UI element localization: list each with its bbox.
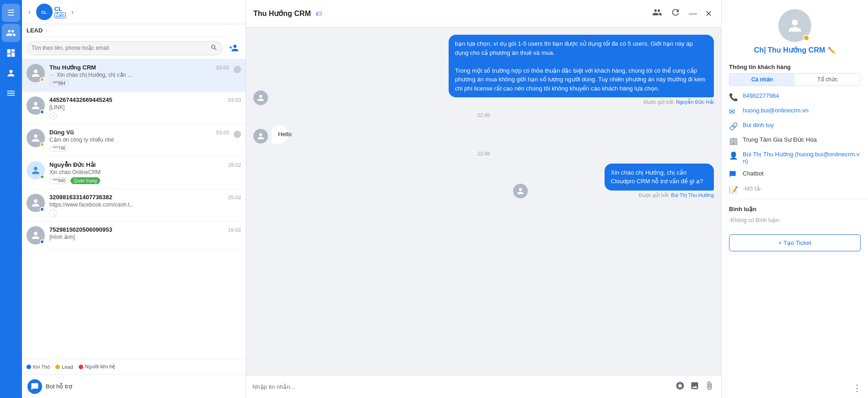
create-ticket-button[interactable]: + Tạo Ticket (729, 234, 861, 251)
conv-item-4[interactable]: Nguyễn Đức Hải 28-02 Xin chào OnlineCRM … (22, 157, 246, 189)
more-options-button[interactable]: ⋮ (850, 382, 864, 394)
chat-messages: bạn lựa chọn, ví dụ gói 1-5 users thì bạ… (246, 27, 721, 375)
avatar-wrap-6 (27, 226, 45, 244)
conv-tag-5: - (49, 210, 57, 217)
contact-status-dot (803, 35, 809, 41)
conv-content-4: Nguyễn Đức Hải 28-02 Xin chào OnlineCRM … (49, 161, 241, 184)
svg-text:CL: CL (41, 10, 47, 15)
info-row-desc: 📝 -Mô tả- (722, 182, 868, 197)
status-dot-2 (40, 110, 44, 114)
attach-button[interactable] (704, 380, 715, 393)
conv-tags-2: - (49, 112, 241, 119)
legend-dot-kh (27, 365, 31, 369)
info-row-email: ✉ huong.bui@onlinecrm.vn (722, 104, 868, 119)
lead-title: LEAD (27, 27, 43, 34)
search-input[interactable] (32, 45, 208, 51)
conv-time-4: 28-02 (228, 162, 241, 168)
conv-time-3: 03-03 (216, 130, 229, 135)
info-link: Bui dinh tuy (743, 122, 774, 128)
conv-time-2: 03-03 (228, 97, 241, 103)
conv-preview-2: [LINK] (49, 104, 159, 111)
info-email: huong.bui@onlinecrm.vn (743, 107, 809, 114)
status-dot-5 (40, 207, 44, 212)
next-button[interactable]: › (70, 7, 75, 16)
search-button[interactable] (210, 44, 218, 53)
legend-dot-lead (55, 365, 60, 369)
nav-icon-menu[interactable]: ☰ (2, 4, 20, 22)
chat-title: Thu Hướng CRM (253, 9, 311, 18)
info-desc: -Mô tả- (743, 185, 762, 192)
nav-icon-dashboard[interactable] (2, 44, 20, 62)
info-org: Trung Tâm Gia Sư Đức Hòa (743, 136, 817, 143)
image-button[interactable] (689, 380, 700, 393)
section-title-customer-info: Thông tin khách hàng (722, 59, 868, 73)
nav-icon-person[interactable] (2, 64, 20, 82)
conv-preview-6: [Hình ảnh] (49, 234, 159, 240)
conv-time-5: 25-02 (228, 195, 241, 200)
info-row-phone: 📞 84982277984 (722, 90, 868, 104)
email-icon: ✉ (729, 107, 738, 116)
msg-sender-1: Nguyễn Đức Hải (676, 99, 714, 105)
conversation-list: Thu Hướng CRM 03-03 →Xin chào chị Hướng,… (22, 59, 246, 359)
conv-tag-1: ***984 (49, 80, 69, 87)
legend-label-nguoi: Người liên hệ (85, 364, 116, 370)
create-ticket-label: + Tạo Ticket (778, 239, 811, 246)
person-icon: 👤 (729, 151, 738, 160)
chat-input[interactable] (252, 383, 671, 390)
status-dot-4 (40, 175, 44, 179)
time-label-2: 22:49 (253, 151, 714, 156)
tab-to-chuc[interactable]: Tổ chức (795, 74, 860, 85)
contact-avatar-section: Chị Thu Hướng CRM ✏️ (722, 0, 868, 59)
conv-time-1: 03-03 (216, 65, 229, 70)
lead-chevron: › (45, 28, 47, 33)
conv-content-2: 4452674432669445245 03-03 [LINK] - (49, 96, 241, 119)
legend-nguoi-lien-he: Người liên hệ (79, 364, 116, 370)
lead-panel: ‹ CL CL Zalo › LEAD › (22, 0, 246, 398)
search-bar (22, 37, 246, 59)
conv-item-3[interactable]: Dũng Vũ 03-03 Cảm ơn công ty nhiều nhé *… (22, 124, 246, 157)
msg-row-1: bạn lựa chọn, ví dụ gói 1-5 users thì bạ… (253, 35, 714, 105)
minimize-button[interactable]: — (687, 7, 699, 20)
logo-icon: CL (36, 4, 53, 20)
close-button[interactable]: ✕ (703, 7, 714, 21)
emoji-button[interactable] (675, 380, 686, 393)
zalo-badge: Zalo (54, 12, 66, 18)
info-phone: 84982277984 (743, 92, 779, 99)
legend-lead: Lead (55, 364, 73, 370)
conv-item-5[interactable]: 3208816331407736382 25-02 https://www.fa… (22, 189, 246, 222)
online-indicator-3 (234, 131, 241, 138)
conv-item-6[interactable]: 7529815020506090953 16-02 [Hình ảnh] (22, 222, 246, 249)
conv-content-3: Dũng Vũ 03-03 Cảm ơn công ty nhiều nhé *… (49, 129, 229, 152)
more-options-area: ⋮ (850, 382, 864, 394)
status-dot-1 (40, 77, 44, 82)
lead-header-row: LEAD › (22, 24, 246, 37)
edit-icon[interactable]: ✏️ (828, 47, 836, 54)
conv-preview-1: →Xin chào chị Hướng, chị cần ... (49, 72, 159, 78)
bot-tro-bar[interactable]: Bot hỗ trợ (22, 374, 246, 398)
refresh-button[interactable] (669, 5, 682, 21)
conv-preview-5: https://www.facebook.com/canh.t... (49, 202, 159, 208)
link-icon: 🔗 (729, 122, 738, 131)
nav-icon-list[interactable] (2, 84, 20, 102)
conv-tags-5: - (49, 210, 241, 217)
msg-group-1: bạn lựa chọn, ví dụ gói 1-5 users thì bạ… (272, 35, 714, 105)
nav-icon-contacts[interactable] (2, 24, 20, 42)
conv-item-1[interactable]: Thu Hướng CRM 03-03 →Xin chào chị Hướng,… (22, 59, 246, 92)
conv-item-2[interactable]: 4452674432669445245 03-03 [LINK] - (22, 92, 246, 124)
tab-ca-nhan[interactable]: Cá nhân (729, 74, 795, 85)
conv-content-6: 7529815020506090953 16-02 [Hình ảnh] (49, 226, 241, 240)
prev-button[interactable]: ‹ (27, 7, 32, 16)
bot-icon (27, 379, 42, 394)
add-user-button[interactable] (226, 41, 241, 55)
legend-label-kh: KH Thô (33, 364, 50, 370)
search-input-wrap[interactable] (27, 41, 223, 55)
conv-content-5: 3208816331407736382 25-02 https://www.fa… (49, 194, 241, 217)
avatar-wrap-3 (27, 129, 45, 147)
chat-header-actions: — ✕ (650, 5, 714, 21)
chat-panel: Thu Hướng CRM 🏷 — ✕ bạn lựa chọn, ví dụ … (246, 0, 722, 398)
msg-group-2: Hello (272, 125, 298, 143)
conv-name-5: 3208816331407736382 (49, 194, 112, 201)
info-panel: Chị Thu Hướng CRM ✏️ Thông tin khách hàn… (722, 0, 868, 398)
group-icon-button[interactable] (650, 5, 664, 21)
comment-empty: -Không có Bình luận- (729, 215, 861, 225)
